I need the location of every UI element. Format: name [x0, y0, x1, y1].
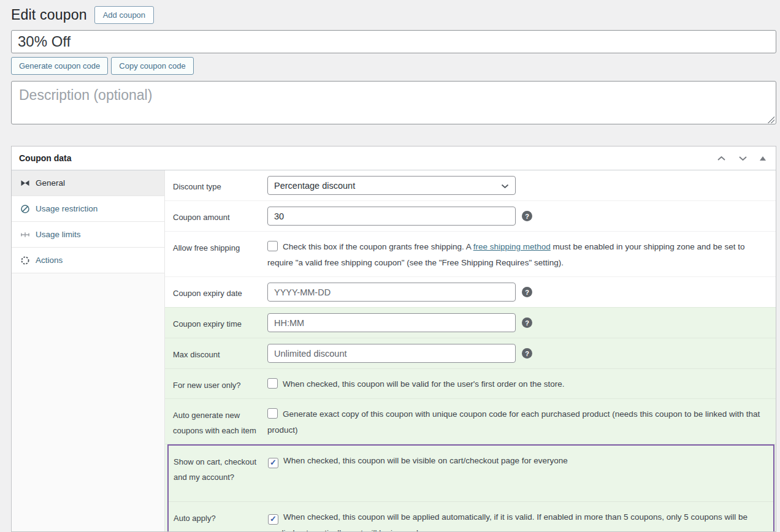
generate-coupon-code-button[interactable]: Generate coupon code [11, 57, 108, 75]
auto-generate-checkbox[interactable] [267, 408, 278, 419]
page-header: Edit coupon Add coupon [11, 2, 776, 30]
add-coupon-button[interactable]: Add coupon [94, 6, 154, 24]
checkbox-description: Check this box if the coupon grants free… [283, 242, 473, 251]
coupon-data-title: Coupon data [19, 153, 72, 163]
max-discount-row: Max discount ? [165, 338, 776, 369]
dashed-circle-icon [20, 256, 30, 265]
highlighted-settings-box: Show on cart, checkout and my account? W… [167, 444, 774, 532]
help-icon[interactable]: ? [522, 287, 532, 297]
show-on-cart-row: Show on cart, checkout and my account? W… [169, 446, 773, 502]
field-label: Coupon amount [173, 207, 267, 225]
max-discount-input[interactable] [267, 344, 516, 363]
tab-general[interactable]: General [12, 170, 164, 196]
move-down-icon[interactable] [738, 156, 748, 161]
coupon-code-input[interactable] [11, 30, 776, 53]
help-icon[interactable]: ? [522, 211, 532, 221]
copy-coupon-code-button[interactable]: Copy coupon code [111, 57, 193, 75]
field-label: For new user only? [173, 374, 267, 393]
limit-icon [20, 230, 30, 240]
discount-type-row: Discount type Percentage discount [165, 170, 776, 201]
auto-apply-checkbox[interactable] [268, 514, 278, 525]
auto-generate-row: Auto generate new coupons with each item… [165, 399, 776, 444]
field-label: Allow free shipping [173, 237, 267, 256]
discount-type-select[interactable]: Percentage discount [267, 176, 516, 195]
coupon-data-header: Coupon data [12, 146, 776, 170]
tab-usage-restriction[interactable]: Usage restriction [12, 196, 164, 222]
general-panel: Discount type Percentage discount Coupon… [165, 170, 776, 531]
field-label: Discount type [173, 176, 267, 194]
coupon-data-metabox: Coupon data General Usage [11, 146, 776, 532]
field-label: Show on cart, checkout and my account? [174, 451, 268, 485]
expiry-date-input[interactable] [267, 283, 516, 302]
coupon-code-actions: Generate coupon code Copy coupon code [11, 57, 776, 75]
checkbox-description: Generate exact copy of this coupon with … [267, 409, 760, 435]
field-label: Coupon expiry date [173, 283, 267, 301]
checkbox-description: When checked, this coupon will be applie… [268, 512, 748, 532]
field-label: Auto apply? [174, 507, 268, 526]
expiry-time-input[interactable] [267, 313, 516, 332]
checkbox-description: When checked, this coupon will be visibl… [283, 456, 568, 465]
selected-option: Percentage discount [274, 181, 355, 191]
description-textarea[interactable] [11, 81, 776, 124]
checkbox-description: When checked, this coupon will be valid … [283, 379, 565, 389]
field-label: Coupon expiry time [173, 313, 267, 332]
tab-label: Usage limits [36, 230, 81, 239]
new-user-only-checkbox[interactable] [267, 378, 278, 389]
coupon-amount-row: Coupon amount ? [165, 201, 776, 232]
no-entry-icon [20, 204, 30, 214]
tab-label: Actions [36, 256, 63, 265]
auto-apply-row: Auto apply? When checked, this coupon wi… [169, 502, 773, 532]
coupon-data-tabs: General Usage restriction Usage limits A… [12, 170, 165, 531]
show-on-cart-checkbox[interactable] [268, 458, 278, 468]
page-title: Edit coupon [11, 7, 87, 23]
expiry-time-row: Coupon expiry time ? [165, 308, 776, 338]
allow-free-shipping-checkbox[interactable] [267, 241, 278, 251]
tab-actions[interactable]: Actions [12, 248, 164, 273]
new-user-only-row: For new user only? When checked, this co… [165, 369, 776, 399]
tab-label: Usage restriction [36, 204, 98, 213]
resize-handle-icon[interactable] [768, 116, 774, 123]
smart-coupons-section: Coupon expiry time ? Max discount ? For … [165, 307, 776, 532]
field-label: Auto generate new coupons with each item [173, 405, 267, 438]
expiry-date-row: Coupon expiry date ? [165, 277, 776, 307]
ticket-icon [20, 178, 30, 188]
toggle-panel-icon[interactable] [760, 156, 766, 161]
tab-usage-limits[interactable]: Usage limits [12, 222, 164, 248]
coupon-amount-input[interactable] [267, 207, 516, 226]
move-up-icon[interactable] [717, 156, 726, 161]
allow-free-shipping-row: Allow free shipping Check this box if th… [165, 232, 776, 277]
description-wrap [11, 81, 776, 127]
chevron-down-icon [501, 181, 509, 191]
help-icon[interactable]: ? [522, 317, 532, 328]
tab-label: General [36, 178, 65, 188]
field-label: Max discount [173, 344, 267, 362]
help-icon[interactable]: ? [522, 348, 532, 359]
free-shipping-method-link[interactable]: free shipping method [473, 242, 551, 251]
